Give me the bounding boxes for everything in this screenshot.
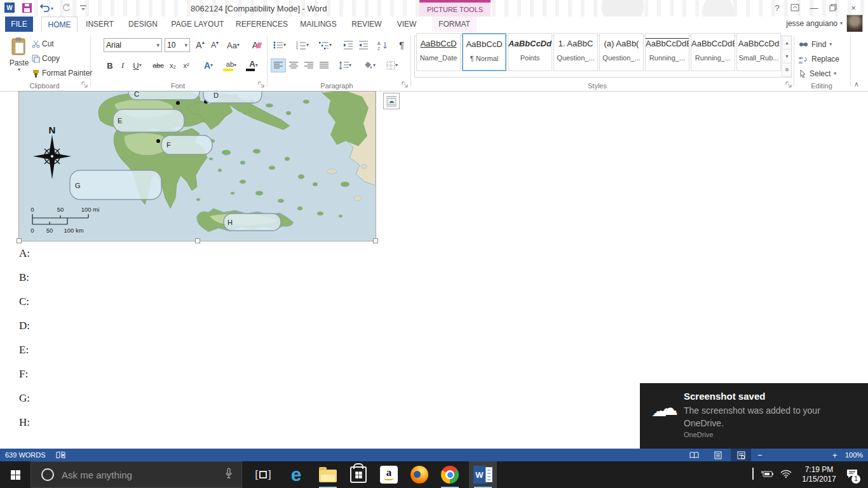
tab-insert[interactable]: INSERT [81,17,119,32]
superscript-button[interactable]: x² [180,58,193,72]
tab-design[interactable]: DESIGN [123,17,163,32]
strikethrough-button[interactable]: abc [149,58,167,72]
bold-button[interactable]: B [104,58,116,72]
taskbar-amazon[interactable]: a [375,461,403,488]
tab-page-layout[interactable]: PAGE LAYOUT [167,17,228,32]
clear-formatting-button[interactable]: A [249,38,264,52]
action-center-button[interactable]: 1 [846,469,858,481]
taskbar-chrome[interactable] [436,461,464,488]
zoom-out-button[interactable]: − [757,451,763,460]
tab-mailings[interactable]: MAILINGS [293,17,344,32]
styles-scroll-up-button[interactable]: ▲ [783,36,791,50]
style-name-date[interactable]: AaBbCcD Name_Date [416,33,461,71]
save-button[interactable] [21,2,32,13]
clock[interactable]: 7:19 PM 1/15/2017 [797,465,841,484]
taskbar-edge[interactable]: e [282,461,310,488]
format-painter-button[interactable]: Format Painter [32,66,92,80]
close-button[interactable]: × [845,2,862,13]
styles-dialog-launcher[interactable] [785,81,793,89]
align-left-button[interactable] [271,58,286,72]
read-mode-button[interactable] [684,449,704,461]
tab-file[interactable]: FILE [5,17,33,32]
borders-button[interactable]: ▾ [383,58,402,72]
style-question-2[interactable]: (a) AaBb( Question_... [599,33,644,71]
style-running-1[interactable]: AaBbCcDdE Running_... [645,33,689,71]
ribbon-display-options-button[interactable] [787,2,803,13]
copy-button[interactable]: Copy [32,51,60,65]
underline-button[interactable]: U▾ [129,58,146,72]
style-points[interactable]: AaBbCcDd Points [508,33,552,71]
italic-button[interactable]: I [118,58,128,72]
font-size-combo[interactable]: 10 ▾ [165,38,190,52]
map-picture[interactable]: C D E F G H N [19,92,376,241]
tab-view[interactable]: VIEW [390,17,423,32]
style-normal[interactable]: AaBbCcD ¶ Normal [462,33,506,71]
shrink-font-button[interactable]: A▾ [207,38,222,52]
customize-quick-access-icon[interactable] [78,2,89,13]
print-layout-button[interactable] [708,449,728,461]
account-menu[interactable]: jesse anguiano ▾ [786,19,843,28]
battery-icon[interactable] [761,469,774,480]
multilevel-list-button[interactable]: ▾ [316,38,334,52]
start-button[interactable] [0,461,31,488]
collapse-ribbon-button[interactable]: ∧ [854,80,859,88]
avatar[interactable] [846,15,863,34]
tray-expand-chevron-icon[interactable] [752,469,754,480]
line-spacing-button[interactable]: ▾ [336,58,355,72]
styles-scroll-down-button[interactable]: ▼ [783,50,791,63]
change-case-button[interactable]: Aa▾ [224,38,243,52]
resize-handle-bottom-right[interactable] [373,238,378,243]
replace-button[interactable]: abac Replace [799,53,839,65]
microphone-icon[interactable] [225,468,233,482]
redo-button[interactable] [60,2,72,13]
wifi-icon[interactable] [780,469,792,480]
subscript-button[interactable]: x₂ [166,58,179,72]
text-effects-button[interactable]: A▾ [199,58,218,72]
clipboard-dialog-launcher[interactable] [81,81,89,89]
align-right-button[interactable] [301,58,316,72]
taskbar-firefox[interactable] [405,461,433,488]
web-layout-button[interactable] [731,449,751,461]
tab-home[interactable]: HOME [41,17,78,32]
sort-button[interactable]: AZ [375,38,391,52]
resize-handle-bottom-left[interactable] [17,238,22,243]
taskbar-word[interactable]: W [469,461,497,488]
proofing-errors-icon[interactable] [56,451,65,461]
restore-button[interactable] [825,2,841,13]
select-button[interactable]: Select▾ [799,67,836,80]
cortana-search-box[interactable]: Ask me anything [31,461,242,488]
decrease-indent-button[interactable] [341,38,356,52]
font-color-button[interactable]: A▾ [244,58,263,72]
tab-format[interactable]: FORMAT [432,17,477,32]
zoom-in-button[interactable]: + [832,451,837,460]
font-dialog-launcher[interactable] [258,81,266,89]
style-running-2[interactable]: AaBbCcDdE Running_... [691,33,735,71]
align-center-button[interactable] [286,58,301,72]
find-button[interactable]: Find▾ [799,38,832,51]
increase-indent-button[interactable] [356,38,371,52]
word-count[interactable]: 639 WORDS [5,451,46,459]
search-input[interactable]: Ask me anything [62,470,132,480]
task-view-button[interactable]: [] [249,461,277,488]
layout-options-button[interactable] [383,93,400,109]
tab-review[interactable]: REVIEW [345,17,388,32]
justify-button[interactable] [316,58,332,72]
minimize-button[interactable]: — [806,2,822,13]
taskbar-store[interactable] [344,461,372,488]
cut-button[interactable]: Cut [32,37,54,51]
undo-button[interactable]: ▾ [38,2,55,13]
highlight-color-button[interactable]: ab▾ [221,58,241,72]
font-family-combo[interactable]: Arial ▾ [104,38,162,52]
style-question-1[interactable]: 1. AaBbC Question_... [553,33,598,71]
style-small-rub[interactable]: AaBbCcDd Small_Rub... [736,33,781,71]
styles-more-button[interactable]: ⚙ [783,64,791,77]
paste-button[interactable]: Paste ▾ [5,37,33,80]
numbering-button[interactable]: 123▾ [294,38,311,52]
bullets-button[interactable]: ▾ [271,38,288,52]
onedrive-notification-toast[interactable]: ☁ ☁ Screenshot saved The screenshot was … [640,383,868,449]
taskbar-file-explorer[interactable] [314,461,342,488]
shading-button[interactable]: ▾ [360,58,379,72]
grow-font-button[interactable]: A▴ [193,38,208,52]
resize-handle-bottom-center[interactable] [195,238,200,243]
zoom-level[interactable]: 100% [845,451,863,459]
